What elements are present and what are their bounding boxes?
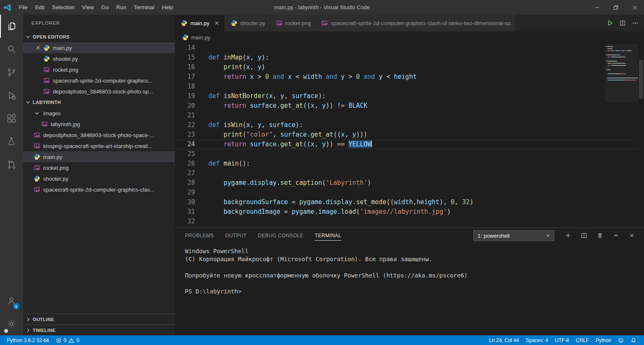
encoding-indicator[interactable]: UTF-8 [551,335,572,345]
file-name: main.py [43,154,62,160]
indentation-indicator[interactable]: Spaces: 4 [522,335,551,345]
code-editor[interactable]: 1415def inMap(x, y):16 print(x, y)17 ret… [175,43,644,228]
code-line-27[interactable]: 27 [175,169,638,178]
tree-item-spacecraft-sprite-2d-computer-graphics-clas...[interactable]: spacecraft-sprite-2d-computer-graphics-c… [23,184,175,195]
editor-tab-shooter.py[interactable]: shooter.py [225,15,270,31]
code-line-21[interactable]: 21 [175,111,638,120]
feedback-button[interactable] [615,335,627,345]
split-editor-button[interactable] [616,15,629,31]
close-editor-button[interactable] [35,66,43,73]
breadcrumb-item[interactable]: main.py [191,34,210,41]
panel-tab-output[interactable]: OUTPUT [225,228,247,243]
eol-indicator[interactable]: CRLF [572,335,592,345]
code-line-25[interactable]: 25 [175,149,638,159]
close-window-button[interactable] [625,0,644,15]
file-name: images [43,110,61,117]
minimap[interactable] [605,44,638,228]
code-line-17[interactable]: 17 return x > 0 and x < width and y > 0 … [175,72,638,82]
menu-terminal[interactable]: Terminal [130,0,158,15]
tree-item-depositphotos_3846803-stock-photo-space-...[interactable]: depositphotos_3846803-stock-photo-space-… [23,130,175,140]
open-editor-rocket.png[interactable]: rocket.png [23,64,175,75]
notifications-button[interactable] [627,335,640,345]
menu-view[interactable]: View [78,0,98,15]
activity-testing[interactable] [0,130,23,153]
code-line-18[interactable]: 18 [175,82,638,91]
close-editor-button[interactable] [35,88,43,95]
close-panel-button[interactable] [624,228,640,243]
split-terminal-button[interactable] [576,228,592,243]
code-line-16[interactable]: 16 print(x, y) [175,62,638,72]
code-line-31[interactable]: 31 backgroundImage = pygame.image.load('… [175,207,638,217]
new-terminal-button[interactable] [560,228,576,243]
code-line-30[interactable]: 30 backgroundSurface = pygame.display.se… [175,197,638,207]
menu-file[interactable]: File [15,0,31,15]
code-line-23[interactable]: 23 print("color", surface.get_at((x, y))… [175,130,638,140]
menu-run[interactable]: Run [112,0,130,15]
code-line-20[interactable]: 20 return surface.get_at((x, y)) != BLAC… [175,101,638,111]
tree-item-images[interactable]: images [23,108,175,119]
editor-tab-rocket.png[interactable]: rocket.png [270,15,316,31]
settings-button[interactable] [0,312,23,335]
timeline-section-header[interactable]: TIMELINE [23,324,175,335]
python-interpreter-indicator[interactable]: Python 3.8.2 32-bit [3,335,52,345]
line-number: 20 [175,101,195,111]
code-line-15[interactable]: 15def inMap(x, y): [175,53,638,62]
outline-section-header[interactable]: OUTLINE [23,314,175,324]
code-line-19[interactable]: 19def isNotBorder(x, y, surface): [175,91,638,101]
close-editor-button[interactable] [35,44,43,51]
activity-extensions[interactable] [0,107,23,130]
more-actions-button[interactable] [629,15,641,31]
panel-tab-problems[interactable]: PROBLEMS [185,228,214,243]
open-editor-main.py[interactable]: main.py [23,42,175,53]
menu-edit[interactable]: Edit [31,0,48,15]
tree-item-labyrinth.jpg[interactable]: labyrinth.jpg [23,119,175,130]
open-editor-shooter.py[interactable]: shooter.py [23,53,175,64]
minimap-slider[interactable] [605,44,638,102]
minimize-button[interactable] [587,0,606,15]
activity-source-control[interactable] [0,61,23,84]
panel-tab-terminal[interactable]: TERMINAL [315,228,341,243]
editor-tab-spacecraft-sprite-2d-computer-graphics-clash-of-tanks-two-dimensional-sp[interactable]: spacecraft-sprite-2d-computer-graphics-c… [315,15,515,31]
code-line-22[interactable]: 22def isWin(x, y, surface): [175,120,638,130]
open-editors-section-header[interactable]: OPEN EDITORS [23,31,175,42]
code-line-29[interactable]: 29 [175,188,638,197]
run-python-file-button[interactable] [604,15,616,31]
folder-section-header[interactable]: LABYRINTH [23,97,175,108]
problems-indicator[interactable]: 0 0 [52,335,83,345]
tree-item-rocket.png[interactable]: rocket.png [23,162,175,173]
code-line-28[interactable]: 28 pygame.display.set_caption('Labyrinth… [175,178,638,188]
restore-button[interactable] [606,0,625,15]
activity-explorer[interactable] [0,15,23,38]
chevron-down-icon [545,232,551,239]
activity-run-debug[interactable] [0,84,23,107]
open-editor-depositphotos_3846803-stock-photo-sp...[interactable]: depositphotos_3846803-stock-photo-sp... [23,86,175,97]
tree-item-shooter.py[interactable]: shooter.py [23,173,175,184]
terminal-output[interactable]: Windows PowerShell(C) Корпорация Майкрос… [175,243,644,335]
panel-tab-debug-console[interactable]: DEBUG CONSOLE [258,228,304,243]
account-button[interactable]: 1 [0,289,23,312]
terminal-shell-selector[interactable]: 1: powershell [473,230,554,241]
editor-tab-main.py[interactable]: main.py [175,15,225,31]
open-editor-spacecraft-sprite-2d-computer-graphics...[interactable]: spacecraft-sprite-2d-computer-graphics..… [23,75,175,86]
tree-item-main.py[interactable]: main.py [23,151,175,162]
code-line-14[interactable]: 14 [175,43,638,53]
language-mode-indicator[interactable]: Python [592,335,615,345]
activity-github-pull-requests[interactable] [0,153,23,176]
tab-close-icon[interactable] [213,20,220,26]
close-editor-button[interactable] [35,77,43,84]
tree-item-kisspng-spacecraft-sprite-art-starship-creati...[interactable]: kisspng-spacecraft-sprite-art-starship-c… [23,140,175,151]
editor-scrollbar[interactable] [638,43,644,228]
code-line-32[interactable]: 32 [175,217,638,226]
maximize-panel-button[interactable] [608,228,624,243]
cursor-position-indicator[interactable]: Ln 24, Col 44 [486,335,522,345]
menu-selection[interactable]: Selection [48,0,78,15]
kill-terminal-button[interactable] [592,228,608,243]
close-editor-button[interactable] [35,55,43,62]
code-line-26[interactable]: 26def main(): [175,159,638,169]
line-text: def main(): [195,159,250,169]
menu-help[interactable]: Help [158,0,177,15]
menu-go[interactable]: Go [98,0,112,15]
activity-search[interactable] [0,38,23,61]
code-line-24[interactable]: 24 return surface.get_at((x, y)) == YELL… [175,140,638,149]
scrollbar-thumb[interactable] [639,60,643,99]
